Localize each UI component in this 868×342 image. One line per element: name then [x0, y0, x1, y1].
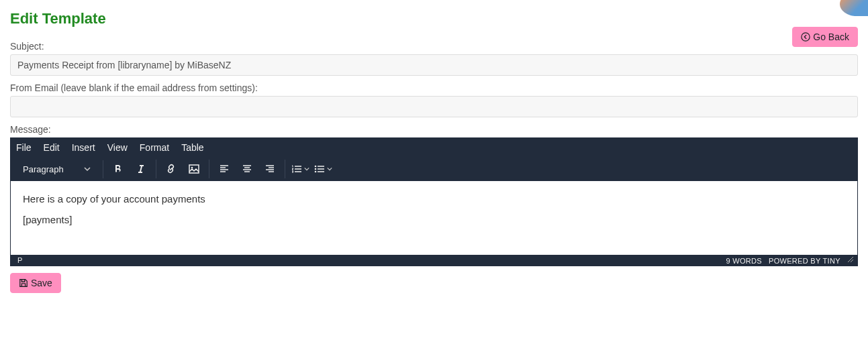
menu-format[interactable]: Format [140, 142, 169, 153]
block-format-select[interactable]: Paragraph [20, 160, 97, 178]
rich-text-editor: File Edit Insert View Format Table Parag… [10, 137, 858, 266]
svg-point-2 [191, 167, 193, 169]
svg-rect-1 [189, 165, 199, 173]
editor-line: Here is a copy of your account payments [23, 193, 845, 205]
page-title: Edit Template [0, 0, 868, 31]
word-count[interactable]: 9 WORDS [726, 257, 762, 265]
link-button[interactable] [162, 160, 181, 178]
go-back-label: Go Back [813, 32, 849, 42]
chevron-down-icon [304, 166, 309, 172]
arrow-left-icon [801, 32, 810, 42]
subject-label: Subject: [10, 41, 858, 52]
from-email-label: From Email (leave blank if the email add… [10, 82, 858, 93]
save-label: Save [31, 278, 52, 288]
image-button[interactable] [185, 160, 203, 178]
resize-handle-icon[interactable] [847, 255, 855, 265]
align-center-button[interactable] [238, 160, 256, 178]
bullet-list-button[interactable] [314, 160, 332, 178]
block-format-label: Paragraph [23, 164, 64, 174]
bold-button[interactable] [109, 160, 128, 178]
svg-point-5 [314, 171, 316, 173]
align-right-button[interactable] [260, 160, 279, 178]
menu-insert[interactable]: Insert [72, 142, 95, 153]
menu-view[interactable]: View [107, 142, 128, 153]
align-left-button[interactable] [215, 160, 234, 178]
menu-table[interactable]: Table [181, 142, 203, 153]
editor-menubar: File Edit Insert View Format Table [11, 138, 857, 157]
save-button[interactable]: Save [10, 273, 61, 293]
numbered-list-button[interactable] [291, 160, 309, 178]
element-path[interactable]: P [17, 256, 23, 264]
editor-line: [payments] [23, 214, 845, 225]
editor-statusbar: P 9 WORDS POWERED BY TINY [11, 255, 857, 266]
save-icon [19, 278, 28, 288]
svg-point-4 [314, 168, 316, 170]
editor-branding[interactable]: POWERED BY TINY [769, 257, 840, 265]
chevron-down-icon [84, 166, 91, 172]
editor-content[interactable]: Here is a copy of your account payments … [11, 181, 857, 255]
subject-input[interactable] [10, 54, 858, 76]
go-back-button[interactable]: Go Back [792, 27, 858, 47]
chevron-down-icon [327, 166, 332, 172]
svg-point-3 [314, 166, 316, 168]
italic-button[interactable] [132, 160, 150, 178]
editor-toolbar: Paragraph [11, 157, 857, 181]
svg-point-0 [802, 33, 810, 41]
from-email-input[interactable] [10, 96, 858, 117]
menu-file[interactable]: File [16, 142, 32, 153]
message-label: Message: [10, 124, 858, 135]
menu-edit[interactable]: Edit [44, 142, 60, 153]
